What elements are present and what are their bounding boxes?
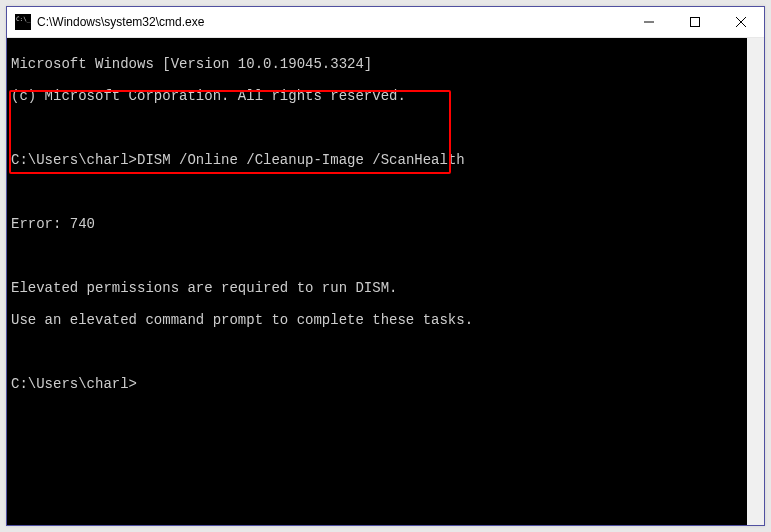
- error-code-line: Error: 740: [11, 216, 743, 232]
- cmd-window: C:\Windows\system32\cmd.exe Microsoft Wi…: [6, 6, 765, 526]
- minimize-button[interactable]: [626, 7, 672, 37]
- console-area: Microsoft Windows [Version 10.0.19045.33…: [7, 38, 764, 525]
- blank-line: [11, 248, 743, 264]
- prompt-path: C:\Users\charl>: [11, 152, 137, 168]
- banner-line: (c) Microsoft Corporation. All rights re…: [11, 88, 743, 104]
- outer-frame: C:\Windows\system32\cmd.exe Microsoft Wi…: [0, 0, 771, 532]
- error-message-line: Use an elevated command prompt to comple…: [11, 312, 743, 328]
- titlebar[interactable]: C:\Windows\system32\cmd.exe: [7, 7, 764, 38]
- close-icon: [736, 17, 746, 27]
- svg-rect-1: [691, 18, 700, 27]
- cmd-icon: [15, 14, 31, 30]
- minimize-icon: [644, 17, 654, 27]
- command-line: C:\Users\charl>DISM /Online /Cleanup-Ima…: [11, 152, 743, 168]
- prompt-path: C:\Users\charl>: [11, 376, 137, 392]
- close-button[interactable]: [718, 7, 764, 37]
- console-output[interactable]: Microsoft Windows [Version 10.0.19045.33…: [7, 38, 747, 525]
- window-title: C:\Windows\system32\cmd.exe: [37, 15, 626, 29]
- scrollbar-thumb[interactable]: [747, 38, 764, 525]
- error-message-line: Elevated permissions are required to run…: [11, 280, 743, 296]
- maximize-icon: [690, 17, 700, 27]
- entered-command: DISM /Online /Cleanup-Image /ScanHealth: [137, 152, 465, 168]
- banner-line: Microsoft Windows [Version 10.0.19045.33…: [11, 56, 743, 72]
- active-prompt: C:\Users\charl>: [11, 376, 743, 392]
- vertical-scrollbar[interactable]: [747, 38, 764, 525]
- window-controls: [626, 7, 764, 37]
- maximize-button[interactable]: [672, 7, 718, 37]
- blank-line: [11, 184, 743, 200]
- blank-line: [11, 344, 743, 360]
- blank-line: [11, 120, 743, 136]
